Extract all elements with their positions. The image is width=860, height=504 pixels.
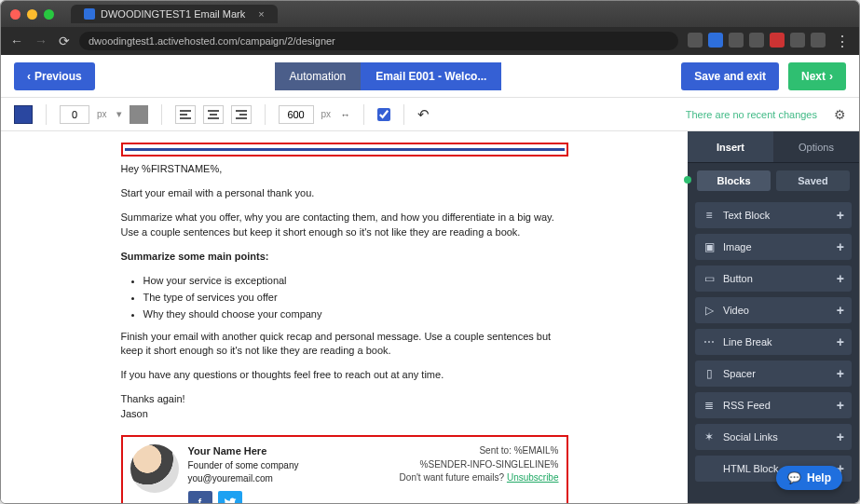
format-toolbar: px ▾ px ↔ ↶ There are no recent changes … xyxy=(1,98,859,131)
highlight-signature-block: Your Name Here Founder of some company y… xyxy=(121,435,568,503)
plus-icon: + xyxy=(837,303,844,318)
extension-icon[interactable] xyxy=(749,33,764,48)
plus-icon: + xyxy=(837,334,844,349)
signature-footer[interactable]: Sent to: %EMAIL% %SENDER-INFO-SINGLELINE… xyxy=(400,444,559,485)
highlight-header-block xyxy=(121,143,568,157)
extension-icon[interactable] xyxy=(688,33,703,48)
forward-icon[interactable]: → xyxy=(34,34,48,48)
block-line-break[interactable]: ⋯Line Break+ xyxy=(695,329,852,355)
block-icon: ▭ xyxy=(703,272,716,285)
block-social-links[interactable]: ✶Social Links+ xyxy=(695,424,852,450)
email-body[interactable]: Finish your email with another quick rec… xyxy=(121,330,568,360)
list-item[interactable]: How your service is exceptional xyxy=(143,274,568,289)
breadcrumb-campaign[interactable]: Email E001 - Welco... xyxy=(361,62,501,90)
save-and-exit-button[interactable]: Save and exit xyxy=(681,62,779,90)
plus-icon: + xyxy=(837,429,844,444)
reload-icon[interactable]: ⟳ xyxy=(59,34,70,48)
block-icon: ⋯ xyxy=(703,335,716,348)
breadcrumb: Automation Email E001 - Welco... xyxy=(275,62,502,90)
previous-button[interactable]: ‹ Previous xyxy=(14,62,95,90)
unit-label: px xyxy=(321,109,332,119)
browser-urlbar: ← → ⟳ dwoodingtest1.activehosted.com/cam… xyxy=(1,27,859,55)
url-field[interactable]: dwoodingtest1.activehosted.com/campaign/… xyxy=(79,32,678,50)
block-icon: ≡ xyxy=(703,209,716,222)
block-label: Video xyxy=(723,305,829,316)
chat-icon: 💬 xyxy=(787,471,801,484)
panel-tab-insert[interactable]: Insert xyxy=(688,131,773,162)
subtab-saved[interactable]: Saved xyxy=(776,170,850,191)
minimize-window-icon[interactable] xyxy=(27,9,37,20)
undo-icon[interactable]: ↶ xyxy=(417,106,430,123)
signature-info[interactable]: Your Name Here Founder of some company y… xyxy=(188,444,299,503)
plus-icon: + xyxy=(837,208,844,223)
next-button[interactable]: Next › xyxy=(788,62,846,90)
close-window-icon[interactable] xyxy=(10,9,20,20)
right-panel: Insert Options Blocks Saved ≡Text Block+… xyxy=(688,131,859,503)
window-titlebar: DWOODINGTEST1 Email Mark × xyxy=(1,1,859,27)
chevron-left-icon: ‹ xyxy=(27,70,31,83)
list-item[interactable]: Why they should choose your company xyxy=(143,307,568,322)
plus-icon: + xyxy=(837,366,844,381)
align-left-button[interactable] xyxy=(175,105,196,124)
responsive-checkbox[interactable] xyxy=(377,108,390,121)
avatar[interactable] xyxy=(130,444,179,493)
breadcrumb-automation[interactable]: Automation xyxy=(275,62,362,90)
maximize-window-icon[interactable] xyxy=(44,9,54,20)
unsubscribe-link[interactable]: Unsubscribe xyxy=(507,472,559,483)
block-text-block[interactable]: ≡Text Block+ xyxy=(695,202,852,228)
email-canvas[interactable]: Hey %FIRSTNAME%, Start your email with a… xyxy=(1,131,688,503)
back-icon[interactable]: ← xyxy=(10,34,23,48)
extension-icon[interactable] xyxy=(811,33,826,48)
signature-name: Your Name Here xyxy=(188,445,267,456)
email-body[interactable]: Summarize what you offer, why you are co… xyxy=(121,211,568,240)
email-closing[interactable]: Thanks again! Jason xyxy=(121,392,568,422)
block-icon: ✶ xyxy=(703,430,716,443)
border-color-swatch[interactable] xyxy=(130,105,148,124)
signature-email: you@youremail.com xyxy=(188,473,273,484)
twitter-icon[interactable] xyxy=(218,491,242,503)
block-rss-feed[interactable]: ≣RSS Feed+ xyxy=(695,392,852,418)
panel-tab-options[interactable]: Options xyxy=(773,131,859,162)
block-label: RSS Feed xyxy=(723,400,829,411)
align-right-button[interactable] xyxy=(231,105,252,124)
block-icon: ≣ xyxy=(703,399,716,412)
block-image[interactable]: ▣Image+ xyxy=(695,234,852,260)
email-points-list[interactable]: How your service is exceptional The type… xyxy=(143,274,568,322)
extension-icon[interactable] xyxy=(729,33,744,48)
block-spacer[interactable]: ▯Spacer+ xyxy=(695,361,852,387)
extension-icon[interactable] xyxy=(708,33,723,48)
email-intro[interactable]: Start your email with a personal thank y… xyxy=(121,186,568,201)
border-width-input[interactable] xyxy=(60,105,89,124)
email-points-heading[interactable]: Summarize some main points: xyxy=(121,250,568,265)
chevron-right-icon: › xyxy=(829,70,833,83)
app-header: ‹ Previous Automation Email E001 - Welco… xyxy=(1,55,859,98)
subtab-blocks[interactable]: Blocks xyxy=(697,170,771,191)
email-body[interactable]: If you have any questions or thoughts fe… xyxy=(121,368,568,383)
block-palette: ≡Text Block+▣Image+▭Button+▷Video+⋯Line … xyxy=(688,198,859,495)
block-icon: ▣ xyxy=(703,240,716,253)
width-input[interactable] xyxy=(279,105,314,124)
divider-line[interactable] xyxy=(125,148,565,151)
list-item[interactable]: The type of services you offer xyxy=(143,291,568,306)
block-button[interactable]: ▭Button+ xyxy=(695,266,852,292)
url-text: dwoodingtest1.activehosted.com/campaign/… xyxy=(89,35,335,47)
block-video[interactable]: ▷Video+ xyxy=(695,297,852,323)
expand-width-icon[interactable]: ↔ xyxy=(340,109,350,120)
bg-color-swatch[interactable] xyxy=(14,105,33,124)
email-greeting[interactable]: Hey %FIRSTNAME%, xyxy=(121,162,568,177)
help-button[interactable]: 💬 Help xyxy=(776,466,842,490)
settings-gear-icon[interactable]: ⚙ xyxy=(834,107,846,122)
extension-icon[interactable] xyxy=(790,33,805,48)
block-label: Social Links xyxy=(723,431,829,443)
block-label: Image xyxy=(723,241,829,252)
align-center-button[interactable] xyxy=(203,105,224,124)
close-tab-icon[interactable]: × xyxy=(258,8,264,20)
dropdown-icon[interactable]: ▾ xyxy=(116,108,122,120)
block-label: Text Block xyxy=(723,210,829,221)
signature-role: Founder of some company xyxy=(188,460,299,470)
browser-tab[interactable]: DWOODINGTEST1 Email Mark × xyxy=(71,5,278,23)
extension-icon[interactable] xyxy=(770,33,785,48)
facebook-icon[interactable]: f xyxy=(188,491,212,503)
menu-icon[interactable]: ⋮ xyxy=(835,33,850,50)
plus-icon: + xyxy=(837,271,844,286)
